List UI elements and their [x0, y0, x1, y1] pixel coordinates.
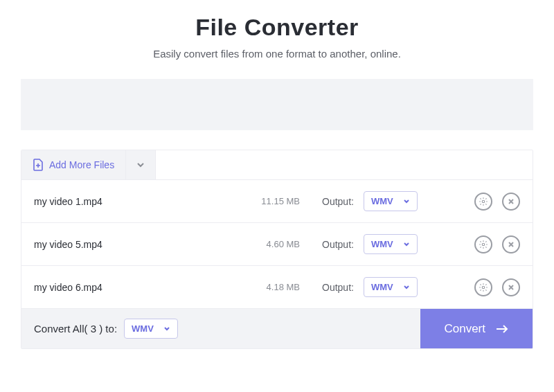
file-name: my video 1.mp4: [34, 196, 228, 207]
convert-all-label: Convert All( 3 ) to:: [34, 323, 117, 335]
output-format-value: WMV: [371, 239, 393, 249]
svg-point-2: [482, 286, 485, 289]
add-more-files-button[interactable]: Add More Files: [21, 150, 126, 179]
output-format-value: WMV: [371, 196, 393, 206]
output-format-dropdown[interactable]: WMV: [364, 191, 418, 211]
file-row: my video 6.mp4 4.18 MB Output: WMV: [21, 266, 533, 309]
add-file-icon: [33, 159, 44, 171]
chevron-down-icon: [163, 326, 170, 332]
gear-icon: [479, 197, 488, 206]
file-name: my video 6.mp4: [34, 282, 228, 293]
close-icon: [508, 284, 515, 291]
close-icon: [508, 241, 515, 248]
file-name: my video 5.mp4: [34, 239, 228, 250]
file-size: 4.60 MB: [238, 239, 300, 249]
output-format-value: WMV: [371, 282, 393, 292]
close-icon: [508, 198, 515, 205]
convert-all-format-value: WMV: [132, 323, 154, 334]
convert-all-format-dropdown[interactable]: WMV: [124, 319, 178, 339]
file-list: Add More Files my video 1.mp4 11.15 MB O…: [21, 150, 533, 349]
output-label: Output:: [322, 282, 354, 293]
settings-button[interactable]: [474, 235, 492, 253]
convert-button-label: Convert: [444, 322, 485, 336]
add-more-files-dropdown[interactable]: [126, 150, 156, 179]
settings-button[interactable]: [474, 193, 492, 211]
svg-point-1: [482, 243, 485, 246]
add-more-files-label: Add More Files: [49, 159, 114, 170]
settings-button[interactable]: [474, 278, 492, 296]
chevron-down-icon: [403, 284, 410, 291]
chevron-down-icon: [403, 198, 410, 205]
output-label: Output:: [322, 239, 354, 250]
remove-button[interactable]: [502, 278, 520, 296]
page-subtitle: Easily convert files from one format to …: [153, 48, 401, 60]
convert-button[interactable]: Convert: [420, 309, 533, 348]
gear-icon: [479, 240, 488, 249]
file-size: 11.15 MB: [238, 196, 300, 206]
svg-point-0: [482, 200, 485, 203]
output-format-dropdown[interactable]: WMV: [364, 234, 418, 254]
toolbar: Add More Files: [21, 150, 533, 180]
output-format-dropdown[interactable]: WMV: [364, 277, 418, 297]
chevron-down-icon: [136, 160, 145, 170]
remove-button[interactable]: [502, 235, 520, 253]
footer-bar: Convert All( 3 ) to: WMV Convert: [21, 309, 533, 348]
file-size: 4.18 MB: [238, 282, 300, 292]
arrow-right-icon: [495, 323, 509, 335]
chevron-down-icon: [403, 241, 410, 248]
output-label: Output:: [322, 196, 354, 207]
file-row: my video 1.mp4 11.15 MB Output: WMV: [21, 180, 533, 223]
page-title: File Converter: [195, 14, 359, 41]
gear-icon: [479, 283, 488, 292]
drop-area[interactable]: [21, 79, 533, 130]
remove-button[interactable]: [502, 193, 520, 211]
file-row: my video 5.mp4 4.60 MB Output: WMV: [21, 223, 533, 266]
